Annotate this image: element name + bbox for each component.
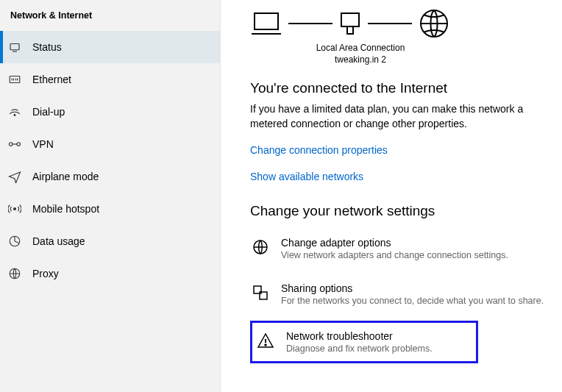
sidebar-item-label: Mobile hotspot <box>32 203 99 215</box>
setting-desc: View network adapters and change connect… <box>281 250 508 260</box>
link-change-connection-properties[interactable]: Change connection properties <box>250 144 555 156</box>
setting-desc: For the networks you connect to, decide … <box>281 296 544 306</box>
sidebar-item-label: Dial-up <box>32 106 65 118</box>
diagram-caption-line1: Local Area Connection <box>302 43 419 54</box>
svg-rect-9 <box>341 13 359 26</box>
sidebar-item-label: Ethernet <box>32 74 71 85</box>
setting-title: Network troubleshooter <box>286 330 433 342</box>
router-icon <box>338 10 362 37</box>
setting-network-troubleshooter[interactable]: Network troubleshooter Diagnose and fix … <box>252 327 473 357</box>
svg-rect-8 <box>255 13 278 29</box>
diagram-line <box>368 23 412 24</box>
vpn-icon <box>7 139 22 149</box>
hotspot-icon <box>7 202 22 215</box>
svg-point-5 <box>14 208 16 210</box>
troubleshooter-icon <box>255 330 276 349</box>
status-icon <box>7 40 22 54</box>
proxy-icon <box>7 267 22 280</box>
connected-heading: You're connected to the Internet <box>250 80 555 96</box>
sidebar-item-label: Airplane mode <box>32 171 99 182</box>
diagram-line <box>288 23 332 24</box>
datausage-icon <box>7 235 22 248</box>
setting-title: Sharing options <box>281 282 544 294</box>
svg-point-4 <box>17 143 21 146</box>
sidebar-item-datausage[interactable]: Data usage <box>0 225 220 257</box>
svg-point-2 <box>14 115 15 116</box>
dialup-icon <box>7 105 22 118</box>
sidebar-item-ethernet[interactable]: Ethernet <box>0 63 220 96</box>
diagram-caption: Local Area Connection tweaking.in 2 <box>302 43 419 65</box>
sidebar-item-label: VPN <box>32 138 54 150</box>
sidebar-item-status[interactable]: Status <box>0 31 220 63</box>
network-diagram <box>250 7 555 40</box>
globe-icon <box>418 7 450 40</box>
setting-change-adapter[interactable]: Change adapter options View network adap… <box>250 234 555 263</box>
section-heading: Change your network settings <box>250 203 555 219</box>
main-content: Local Area Connection tweaking.in 2 You'… <box>221 0 562 392</box>
sidebar: Network & Internet Status Ethernet Dial-… <box>0 0 221 392</box>
highlight-box: Network troubleshooter Diagnose and fix … <box>250 321 478 363</box>
svg-point-15 <box>265 344 266 346</box>
laptop-icon <box>250 10 282 37</box>
diagram-caption-line2: tweaking.in 2 <box>302 54 419 66</box>
sidebar-item-label: Proxy <box>32 268 59 279</box>
sidebar-item-proxy[interactable]: Proxy <box>0 257 220 290</box>
svg-rect-0 <box>10 44 19 50</box>
ethernet-icon <box>7 73 22 86</box>
svg-rect-1 <box>10 76 20 83</box>
svg-point-3 <box>10 143 13 146</box>
connected-body: If you have a limited data plan, you can… <box>250 102 544 131</box>
sidebar-item-hotspot[interactable]: Mobile hotspot <box>0 193 220 225</box>
setting-desc: Diagnose and fix network problems. <box>286 343 433 354</box>
setting-sharing-options[interactable]: Sharing options For the networks you con… <box>250 279 555 309</box>
svg-rect-10 <box>347 26 353 34</box>
sidebar-item-dialup[interactable]: Dial-up <box>0 96 220 128</box>
link-show-available-networks[interactable]: Show available networks <box>250 171 555 182</box>
adapter-icon <box>250 237 271 256</box>
setting-title: Change adapter options <box>281 237 508 249</box>
sharing-icon <box>250 282 271 302</box>
sidebar-title: Network & Internet <box>0 4 220 31</box>
sidebar-item-label: Status <box>32 41 62 53</box>
airplane-icon <box>7 170 22 183</box>
sidebar-item-vpn[interactable]: VPN <box>0 128 220 160</box>
sidebar-item-label: Data usage <box>32 235 85 247</box>
sidebar-item-airplane[interactable]: Airplane mode <box>0 160 220 193</box>
